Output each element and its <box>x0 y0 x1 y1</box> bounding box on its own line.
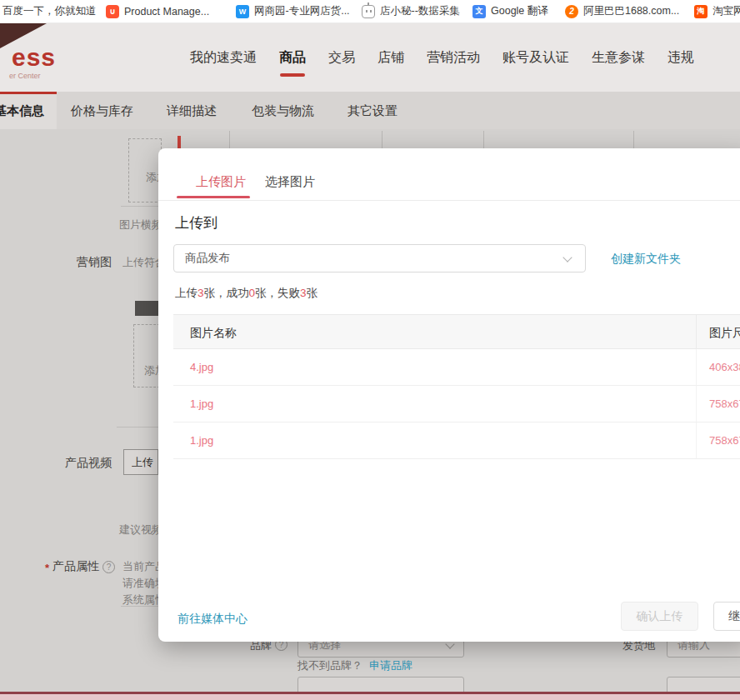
bookmark-google-translate[interactable]: 文 Google 翻译 <box>472 0 548 22</box>
product-video-label: 产品视频 <box>65 456 112 471</box>
bookmark-taobao[interactable]: 淘 淘宝网 <box>694 0 740 22</box>
column-divider <box>696 386 697 422</box>
tab-price-stock[interactable]: 价格与库存 <box>71 92 133 129</box>
upload-image-dialog: 上传图片 选择图片 上传到 商品发布 创建新文件夹 上传3张，成功0张，失败3张… <box>158 148 740 642</box>
bookmark-product-manage[interactable]: ∪ Product Manage... <box>106 0 209 22</box>
alibaba-1688-favicon-icon: 2 <box>565 5 578 18</box>
bg-grid-line <box>483 131 484 148</box>
status-segment: 张，成功 <box>204 287 249 299</box>
tab-other-settings[interactable]: 其它设置 <box>348 92 398 129</box>
active-tab-underline <box>177 196 250 198</box>
tab-packaging[interactable]: 包装与物流 <box>252 92 314 129</box>
bg-panel-border <box>121 206 158 207</box>
continue-upload-button[interactable]: 继续上传 <box>713 602 740 631</box>
folder-select-value: 商品发布 <box>185 245 230 272</box>
bg-grid-line <box>229 131 230 148</box>
bg-grid-line <box>382 131 382 148</box>
image-size-cell: 758x67 <box>709 422 740 459</box>
chevron-down-icon <box>562 252 572 262</box>
bg-red-marker <box>178 136 181 148</box>
bg-video-hint: 建议视频 <box>119 522 162 538</box>
taobao-favicon-icon: 淘 <box>694 5 708 18</box>
bg-panel-border <box>121 606 158 607</box>
bookmark-label: 店小秘--数据采集 <box>380 4 460 18</box>
go-to-media-center-link[interactable]: 前往媒体中心 <box>178 612 248 627</box>
nav-marketing[interactable]: 营销活动 <box>427 44 480 72</box>
product-tabbar: 基本信息 价格与库存 详细描述 包装与物流 其它设置 <box>0 92 740 129</box>
nav-store[interactable]: 店铺 <box>378 44 404 72</box>
logo-subtext: er Center <box>9 72 41 80</box>
column-divider <box>696 349 697 385</box>
table-row: 1.jpg 758x67 <box>173 386 740 422</box>
upload-status-text: 上传3张，成功0张，失败3张 <box>175 286 318 301</box>
bookmarks-bar: 百度一下，你就知道 ∪ Product Manage... W 网商园-专业网店… <box>0 0 740 23</box>
tab-divider <box>158 200 740 201</box>
product-attributes-label: 产品属性 <box>52 559 99 574</box>
bg-image-hint: 图片横频 <box>119 218 162 232</box>
logo-text: ess <box>12 43 56 72</box>
bookmark-1688[interactable]: 2 阿里巴巴1688.com... <box>565 0 679 22</box>
nav-my-aliexpress[interactable]: 我的速卖通 <box>190 44 257 72</box>
status-total-count: 3 <box>198 287 204 299</box>
bookmark-label: Google 翻译 <box>491 4 548 18</box>
nav-orders[interactable]: 交易 <box>328 44 355 72</box>
image-size-cell: 758x67 <box>709 386 740 422</box>
folder-select[interactable]: 商品发布 <box>173 244 586 272</box>
translate-favicon-icon: 文 <box>472 5 486 18</box>
bg-grid-line <box>633 131 634 148</box>
table-row: 1.jpg 758x67 <box>173 422 740 459</box>
bottom-action-bar <box>0 692 740 700</box>
dialog-tab-select-image[interactable]: 选择图片 <box>265 174 315 190</box>
image-name-cell: 1.jpg <box>190 422 213 459</box>
brand-not-found-text: 找不到品牌？ <box>298 658 362 673</box>
main-nav: 我的速卖通 商品 交易 店铺 营销活动 账号及认证 生意参谋 违规 <box>190 23 694 92</box>
create-folder-link[interactable]: 创建新文件夹 <box>611 252 681 267</box>
bookmark-label: 百度一下，你就知道 <box>2 4 97 18</box>
status-failed-count: 3 <box>300 287 307 299</box>
confirm-upload-button[interactable]: 确认上传 <box>621 602 698 631</box>
tab-basic-info[interactable]: 基本信息 <box>0 92 57 129</box>
bookmark-baidu[interactable]: 百度一下，你就知道 <box>2 0 97 22</box>
bookmark-label: Product Manage... <box>124 6 209 18</box>
nav-account[interactable]: 账号及认证 <box>502 44 569 72</box>
tab-description[interactable]: 详细描述 <box>167 92 217 129</box>
dialog-tab-upload-image[interactable]: 上传图片 <box>196 174 246 190</box>
image-size-cell: 406x38 <box>709 349 740 386</box>
column-divider <box>696 422 697 458</box>
image-name-cell: 1.jpg <box>190 386 213 422</box>
bg-panel-border <box>117 427 158 428</box>
status-segment: 张，失败 <box>255 287 300 299</box>
nav-analytics[interactable]: 生意参谋 <box>592 44 645 72</box>
column-image-size: 图片尺寸 <box>709 315 740 350</box>
bg-upload-video-button: 上传 <box>123 449 158 475</box>
nav-violations[interactable]: 违规 <box>668 44 694 72</box>
marketing-image-label: 营销图 <box>77 255 112 270</box>
wangshangyuan-favicon-icon: W <box>236 5 249 18</box>
image-name-cell: 4.jpg <box>190 349 213 386</box>
nav-products[interactable]: 商品 <box>279 44 306 72</box>
column-divider <box>696 315 697 348</box>
apply-brand-link: 申请品牌 <box>369 658 412 673</box>
bookmark-label: 网商园-专业网店货... <box>254 4 350 18</box>
upload-to-heading: 上传到 <box>175 213 218 232</box>
table-header-row: 图片名称 图片尺寸 <box>173 314 740 349</box>
status-success-count: 0 <box>249 287 256 299</box>
column-image-name: 图片名称 <box>190 315 237 350</box>
status-segment: 上传 <box>175 287 198 299</box>
product-manage-favicon-icon: ∪ <box>106 5 119 18</box>
bookmark-label: 淘宝网 <box>712 4 740 18</box>
bookmark-label: 阿里巴巴1688.com... <box>583 4 679 18</box>
upload-results-table: 图片名称 图片尺寸 4.jpg 406x38 1.jpg 758x67 1.jp… <box>173 314 740 459</box>
bg-image-thumbnail <box>135 301 158 316</box>
seller-header: ess er Center 我的速卖通 商品 交易 店铺 营销活动 账号及认证 … <box>0 23 740 92</box>
status-segment: 张 <box>307 287 318 299</box>
table-row: 4.jpg 406x38 <box>173 349 740 386</box>
robot-favicon-icon <box>362 5 375 18</box>
screen: 百度一下，你就知道 ∪ Product Manage... W 网商园-专业网店… <box>0 0 740 700</box>
bookmark-dianxiaomi[interactable]: 店小秘--数据采集 <box>362 0 460 22</box>
bookmark-wangshangyuan[interactable]: W 网商园-专业网店货... <box>236 0 350 22</box>
help-icon: ? <box>102 561 115 573</box>
required-asterisk: * <box>45 562 49 574</box>
